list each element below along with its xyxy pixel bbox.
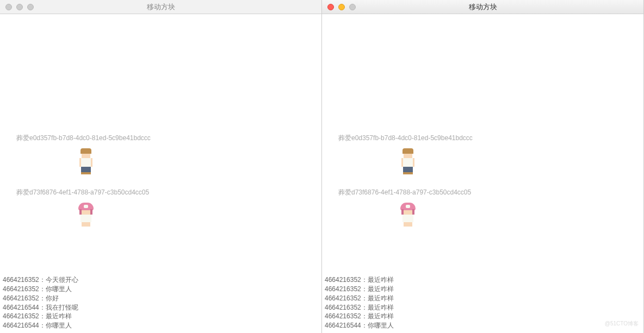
chat-log-right: 4664216352：最近咋样 4664216352：最近咋样 46642163… [325,275,394,330]
window-title-left: 移动方块 [0,2,321,12]
player-1-sprite-icon [398,148,420,174]
maximize-button[interactable] [27,4,34,10]
chat-line: 4664216352：你哪里人 [3,285,78,294]
minimize-button[interactable] [16,4,23,10]
player-1-label: 葬爱e0d357fb-b7d8-4dc0-81ed-5c9be41bdccc [338,134,473,143]
chat-line: 4664216352：最近咋样 [325,312,394,321]
traffic-lights-left [0,4,34,10]
traffic-lights-right [322,4,356,10]
player-1-label: 葬爱e0d357fb-b7d8-4dc0-81ed-5c9be41bdccc [16,134,151,143]
game-area-right[interactable]: 葬爱e0d357fb-b7d8-4dc0-81ed-5c9be41bdccc 葬… [322,14,643,333]
chat-line: 4664216352：最近咋样 [325,303,394,312]
window-right: 移动方块 葬爱e0d357fb-b7d8-4dc0-81ed-5c9be41bd… [322,0,644,333]
chat-line: 4664216352：最近咋样 [325,275,394,285]
game-area-left[interactable]: 葬爱e0d357fb-b7d8-4dc0-81ed-5c9be41bdccc 葬… [0,14,321,333]
chat-line: 4664216352：最近咋样 [3,312,78,321]
player-1-left: 葬爱e0d357fb-b7d8-4dc0-81ed-5c9be41bdccc [16,134,151,174]
chat-line: 4664216352：你好 [3,294,78,303]
chat-log-left: 4664216352：今天很开心 4664216352：你哪里人 4664216… [3,275,78,330]
chat-line: 4664216544：你哪里人 [3,321,78,330]
titlebar-right[interactable]: 移动方块 [322,0,643,14]
player-1-right: 葬爱e0d357fb-b7d8-4dc0-81ed-5c9be41bdccc [338,134,473,174]
player-2-label: 葬爱d73f6876-4ef1-4788-a797-c3b50cd4cc05 [16,188,149,197]
close-button[interactable] [327,4,334,10]
close-button[interactable] [5,4,12,10]
window-left: 移动方块 葬爱e0d357fb-b7d8-4dc0-81ed-5c9be41bd… [0,0,322,333]
player-2-right: 葬爱d73f6876-4ef1-4788-a797-c3b50cd4cc05 [338,188,471,229]
maximize-button[interactable] [349,4,356,10]
player-2-sprite-icon [76,203,98,229]
player-2-label: 葬爱d73f6876-4ef1-4788-a797-c3b50cd4cc05 [338,188,471,197]
chat-line: 4664216352：最近咋样 [325,294,394,303]
chat-line: 4664216544：你哪里人 [325,321,394,330]
chat-line: 4664216352：最近咋样 [325,285,394,294]
player-2-left: 葬爱d73f6876-4ef1-4788-a797-c3b50cd4cc05 [16,188,149,229]
minimize-button[interactable] [338,4,345,10]
player-1-sprite-icon [76,148,98,174]
chat-line: 4664216352：今天很开心 [3,275,78,285]
player-2-sprite-icon [398,203,420,229]
titlebar-left[interactable]: 移动方块 [0,0,321,14]
watermark: @51CTO博客 [605,320,639,328]
chat-line: 4664216544：我在打怪呢 [3,303,78,312]
window-title-right: 移动方块 [322,2,643,12]
